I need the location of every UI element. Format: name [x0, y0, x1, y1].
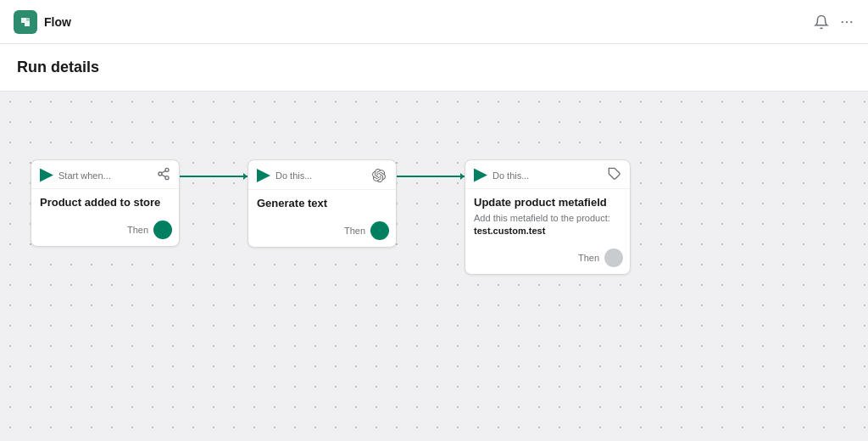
node-3-header-left: Do this...	[474, 169, 529, 182]
connector-1-2	[180, 159, 248, 193]
node-1-then-label: Then	[127, 225, 148, 235]
node-2-label: Do this...	[275, 170, 312, 181]
node-2-title: Generate text	[257, 197, 387, 211]
node-3-tag-icon	[608, 167, 621, 183]
node-3-desc-prefix: Add this metafield to the product:	[474, 213, 610, 223]
svg-point-5	[165, 176, 169, 180]
node-3-body: Update product metafield Add this metafi…	[465, 189, 630, 245]
node-1-header: Start when...	[31, 160, 179, 189]
node-2-play-icon	[257, 169, 270, 182]
node-1-footer: Then	[31, 217, 179, 246]
node-1-title: Product added to store	[40, 196, 170, 210]
node-wrapper-1: Start when... Product added to store The	[31, 159, 180, 247]
node-2-header: Do this...	[248, 160, 396, 190]
bell-icon[interactable]	[814, 14, 829, 30]
flow-canvas: Start when... Product added to store The	[0, 92, 868, 441]
connector-2-3	[397, 159, 465, 193]
more-options-icon[interactable]	[839, 14, 854, 30]
node-1-then-dot[interactable]	[153, 220, 172, 239]
node-2-footer: Then	[248, 218, 396, 247]
topbar-right	[814, 14, 854, 30]
node-2-body: Generate text	[248, 190, 396, 218]
node-generate-text[interactable]: Do this... Generate text Then	[248, 159, 397, 248]
node-2-header-left: Do this...	[257, 169, 312, 182]
node-start[interactable]: Start when... Product added to store The	[31, 159, 180, 247]
node-3-footer: Then	[465, 245, 630, 274]
node-2-ai-icon	[370, 167, 387, 184]
topbar: Flow	[0, 0, 868, 44]
node-wrapper-3: Do this... Update product metafield Add …	[465, 159, 631, 275]
start-play-icon	[40, 169, 53, 182]
node-3-desc: Add this metafield to the product: test.…	[474, 212, 621, 238]
svg-line-6	[162, 175, 166, 177]
node-1-label: Start when...	[58, 170, 111, 181]
node-wrapper-2: Do this... Generate text Then	[248, 159, 397, 248]
node-1-header-left: Start when...	[40, 169, 111, 182]
svg-point-3	[165, 168, 169, 171]
node-2-then-label: Then	[344, 226, 365, 236]
node-3-label: Do this...	[492, 170, 529, 181]
svg-point-0	[842, 20, 843, 22]
node-3-header: Do this...	[465, 160, 630, 189]
flow-container: Start when... Product added to store The	[31, 159, 631, 275]
node-2-then-dot[interactable]	[370, 221, 389, 240]
node-1-body: Product added to store	[31, 189, 179, 217]
node-1-header-icon	[157, 167, 170, 183]
app-title: Flow	[44, 15, 71, 29]
app-logo	[14, 10, 37, 34]
node-3-play-icon	[474, 169, 487, 182]
run-details-bar: Run details	[0, 44, 868, 92]
node-3-then-dot[interactable]	[604, 248, 623, 267]
svg-point-2	[850, 20, 852, 22]
topbar-left: Flow	[14, 10, 71, 34]
svg-point-1	[846, 20, 848, 22]
node-3-then-label: Then	[578, 253, 599, 263]
svg-line-7	[162, 170, 166, 173]
run-details-title: Run details	[17, 59, 99, 76]
svg-point-4	[159, 172, 162, 176]
node-3-desc-value: test.custom.test	[474, 226, 545, 236]
node-update-metafield[interactable]: Do this... Update product metafield Add …	[465, 159, 631, 275]
node-3-title: Update product metafield	[474, 196, 621, 210]
